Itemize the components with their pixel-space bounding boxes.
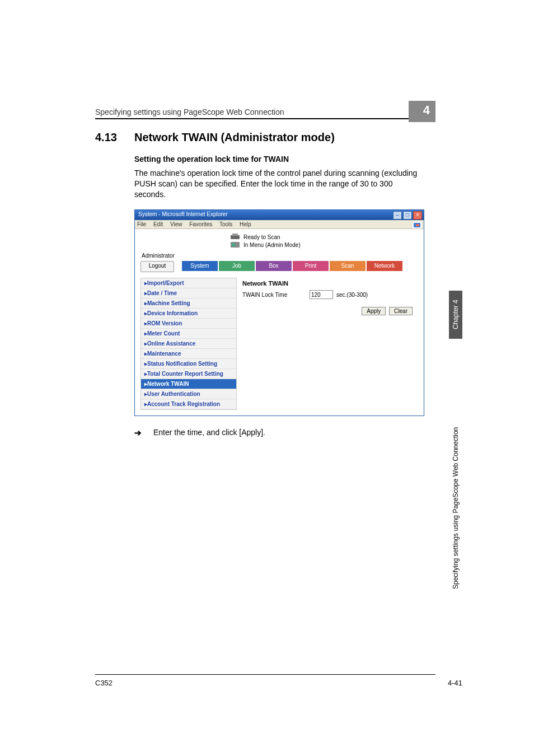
sidebar-item-device-information[interactable]: ▸Device Information [141,309,236,319]
printer-icon [230,234,240,240]
menu-file[interactable]: File [137,221,146,227]
chapter-badge: 4 [409,101,435,122]
screenshot-window: System - Microsoft Internet Explorer – □… [134,209,424,416]
tab-job[interactable]: Job [219,261,255,271]
footer-rule [95,674,435,675]
apply-button[interactable]: Apply [362,307,386,315]
main-heading: Network TWAIN [242,280,413,287]
tab-row: Logout System Job Box Print Scan Network [140,261,418,272]
sidebar-item-label: Network TWAIN [147,381,189,387]
sidebar-item-label: Maintenance [147,351,181,357]
window-title: System - Microsoft Internet Explorer [138,211,228,217]
svg-rect-1 [231,235,240,239]
menu-view[interactable]: View [170,221,182,227]
sidebar-item-online-assistance[interactable]: ▸Online Assistance [141,339,236,349]
sidebar-item-label: Status Notification Setting [147,361,217,367]
tab-network[interactable]: Network [367,261,402,271]
sidebar-item-meter-count[interactable]: ▸Meter Count [141,329,236,339]
tab-print[interactable]: Print [293,261,329,271]
menu-favorites[interactable]: Favorites [189,221,212,227]
sidebar-item-rom-version[interactable]: ▸ROM Version [141,319,236,329]
admin-label: Administrator [142,253,418,259]
status-ready-text: Ready to Scan [243,234,280,240]
sidebar-item-account-track[interactable]: ▸Account Track Registration [141,399,236,409]
status-menu-text: In Menu (Admin Mode) [243,242,301,248]
chapter-side-text: Specifying settings using PageScope Web … [449,348,462,589]
logout-button[interactable]: Logout [140,261,174,272]
sidebar-item-label: Date / Time [147,290,177,296]
menu-tools[interactable]: Tools [219,221,232,227]
svg-rect-4 [232,243,235,246]
instruction-text: Enter the time, and click [Apply]. [153,428,265,437]
section-number: 4.13 [95,131,117,144]
sidebar-item-date-time[interactable]: ▸Date / Time [141,288,236,298]
sidebar-item-label: Meter Count [147,330,180,337]
sidebar: ▸Import/Export ▸Date / Time ▸Machine Set… [140,278,237,410]
sidebar-item-status-notification[interactable]: ▸Status Notification Setting [141,359,236,369]
section-subtitle: Setting the operation lock time for TWAI… [134,155,289,164]
sidebar-item-network-twain[interactable]: ▸Network TWAIN [141,379,236,389]
footer-right: 4-41 [448,679,462,687]
menu-bar: File Edit View Favorites Tools Help [135,220,424,229]
panel-icon [230,241,240,248]
ie-logo-icon [413,222,421,228]
minimize-icon[interactable]: – [393,211,402,220]
arrow-icon: ➔ [134,428,142,438]
lock-time-unit: sec.(30-300) [336,292,368,298]
tab-system[interactable]: System [182,261,218,271]
status-menu: In Menu (Admin Mode) [230,241,418,248]
sidebar-item-label: User Authentication [147,391,200,397]
sidebar-item-machine-setting[interactable]: ▸Machine Setting [141,298,236,309]
window-controls: – □ × [393,211,422,220]
chapter-tab: Chapter 4 [449,291,462,339]
svg-rect-2 [232,234,238,236]
menu-edit[interactable]: Edit [153,221,163,227]
clear-button[interactable]: Clear [389,307,413,315]
sidebar-item-label: Device Information [147,310,198,316]
section-title: Network TWAIN (Administrator mode) [134,131,335,144]
tab-box[interactable]: Box [256,261,292,271]
main-pane: Network TWAIN TWAIN Lock Time sec.(30-30… [237,278,418,410]
sidebar-item-label: ROM Version [147,320,182,326]
status-ready: Ready to Scan [230,234,418,240]
menu-help[interactable]: Help [240,221,251,227]
lock-time-label: TWAIN Lock Time [242,292,310,298]
sidebar-item-label: Total Counter Report Setting [147,371,223,377]
section-body: The machine's operation lock time of the… [134,168,420,200]
sidebar-item-label: Import/Export [147,280,184,286]
lock-time-input[interactable] [310,290,333,299]
window-titlebar: System - Microsoft Internet Explorer – □… [135,210,424,220]
close-icon[interactable]: × [413,211,422,220]
footer-left: C352 [95,679,113,687]
tab-scan[interactable]: Scan [330,261,366,271]
sidebar-item-label: Online Assistance [147,340,195,347]
sidebar-item-user-authentication[interactable]: ▸User Authentication [141,389,236,399]
sidebar-item-label: Account Track Registration [147,401,220,407]
sidebar-item-maintenance[interactable]: ▸Maintenance [141,349,236,359]
running-header: Specifying settings using PageScope Web … [95,108,284,116]
header-rule [95,118,425,119]
sidebar-item-total-counter-report[interactable]: ▸Total Counter Report Setting [141,369,236,379]
sidebar-item-import-export[interactable]: ▸Import/Export [141,278,236,288]
sidebar-item-label: Machine Setting [147,300,190,306]
maximize-icon[interactable]: □ [403,211,412,220]
